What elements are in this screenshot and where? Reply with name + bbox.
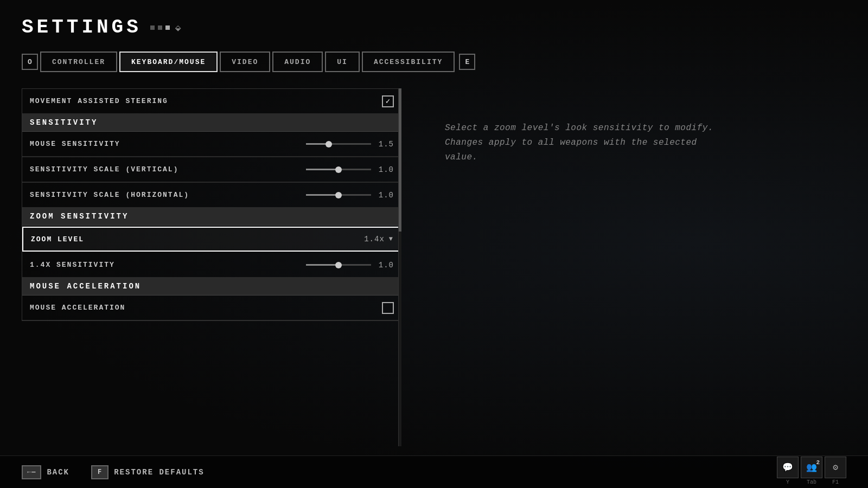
sensitivity-vertical-slider[interactable]: 1.0 — [306, 165, 394, 174]
slider-thumb-2[interactable] — [335, 166, 342, 173]
slider-thumb-4[interactable] — [335, 262, 342, 268]
title-extra: ⬙ — [175, 22, 184, 34]
tab-audio[interactable]: AUDIO — [272, 52, 323, 72]
tab-keyboard-mouse[interactable]: KEYBOARD/MOUSE — [119, 52, 218, 72]
restore-defaults-action[interactable]: F Restore Defaults — [91, 465, 205, 479]
right-panel: Select a zoom level's look sensitivity t… — [401, 88, 846, 457]
players-icon: 👥 — [806, 462, 817, 473]
settings-icon-container[interactable]: ⚙ F1 — [825, 457, 846, 485]
players-icon-btn[interactable]: 👥 2 — [801, 457, 822, 478]
content-area: MOVEMENT ASSISTED STEERING SENSITIVITY M… — [22, 88, 846, 457]
movement-label: MOVEMENT ASSISTED STEERING — [30, 97, 382, 105]
zoom-level-label: ZOOM LEVEL — [31, 235, 364, 243]
restore-key-badge: F — [91, 465, 108, 479]
back-label: Back — [47, 468, 69, 477]
zoom-14x-label: 1.4X SENSITIVITY — [30, 261, 306, 269]
slider-track-2 — [306, 169, 371, 170]
movement-assisted-steering-row[interactable]: MOVEMENT ASSISTED STEERING — [22, 89, 401, 114]
sensitivity-horizontal-value: 1.0 — [378, 191, 394, 200]
bottom-bar: ←— Back F Restore Defaults 💬 Y 👥 2 Tab — [0, 455, 868, 488]
title-text: SETTINGS — [22, 16, 142, 38]
movement-checkbox[interactable] — [382, 95, 394, 107]
sensitivity-vertical-row[interactable]: SENSITIVITY SCALE (VERTICAL) 1.0 — [22, 157, 401, 182]
restore-label: Restore Defaults — [114, 468, 204, 477]
mouse-acceleration-header: MOUSE ACCELERATION — [22, 278, 401, 296]
chat-icon-btn[interactable]: 💬 — [777, 457, 799, 478]
tab-controller[interactable]: CONTROLLER — [40, 52, 117, 72]
left-panel: MOVEMENT ASSISTED STEERING SENSITIVITY M… — [22, 88, 401, 457]
zoom-14x-sensitivity-row[interactable]: 1.4X SENSITIVITY 1.0 — [22, 253, 401, 278]
slider-thumb-1[interactable] — [326, 141, 332, 147]
sensitivity-horizontal-row[interactable]: SENSITIVITY SCALE (HORIZONTAL) 1.0 — [22, 183, 401, 208]
sensitivity-vertical-label: SENSITIVITY SCALE (VERTICAL) — [30, 165, 306, 174]
players-icon-container[interactable]: 👥 2 Tab — [801, 457, 822, 485]
mouse-acceleration-row[interactable]: MOUSE ACCELERATION — [22, 296, 401, 320]
slider-fill-3 — [306, 194, 339, 196]
settings-list-container: MOVEMENT ASSISTED STEERING SENSITIVITY M… — [22, 88, 401, 321]
zoom-sensitivity-header: ZOOM SENSITIVITY — [22, 208, 401, 226]
back-key-badge: ←— — [22, 465, 41, 479]
tab-key-right: E — [459, 54, 475, 70]
scrollbar-track[interactable] — [398, 88, 401, 446]
title-dot-2 — [158, 25, 162, 30]
tab-video[interactable]: VIDEO — [220, 52, 270, 72]
title-dot-1 — [150, 25, 155, 30]
mouse-acceleration-label: MOUSE ACCELERATION — [30, 304, 382, 312]
settings-key: F1 — [832, 479, 839, 485]
zoom-level-dropdown[interactable]: 1.4x ▼ — [364, 235, 393, 243]
sensitivity-horizontal-label: SENSITIVITY SCALE (HORIZONTAL) — [30, 191, 306, 199]
slider-fill-2 — [306, 169, 339, 170]
zoom-14x-value: 1.0 — [378, 261, 394, 269]
chat-icon: 💬 — [782, 462, 793, 473]
zoom-level-row[interactable]: ZOOM LEVEL 1.4x ▼ — [22, 227, 401, 252]
settings-gear-icon: ⚙ — [833, 462, 838, 473]
title-dot-3 — [165, 25, 170, 30]
zoom-level-value: 1.4x — [364, 235, 385, 243]
mouse-sensitivity-slider[interactable]: 1.5 — [306, 140, 394, 149]
tab-accessibility[interactable]: ACCESSIBILITY — [362, 52, 455, 72]
sensitivity-vertical-value: 1.0 — [378, 165, 394, 174]
mouse-sensitivity-value: 1.5 — [378, 140, 394, 149]
bottom-right-icons: 💬 Y 👥 2 Tab ⚙ F1 — [777, 457, 846, 485]
tab-ui[interactable]: UI — [325, 52, 360, 72]
tab-key-left: O — [22, 54, 38, 70]
slider-track-1 — [306, 143, 371, 145]
page-title: SETTINGS ⬙ — [22, 16, 846, 38]
settings-icon-btn[interactable]: ⚙ — [825, 457, 846, 478]
chat-key: Y — [786, 479, 789, 485]
chat-icon-container[interactable]: 💬 Y — [777, 457, 799, 485]
sensitivity-header: SENSITIVITY — [22, 114, 401, 132]
slider-fill-4 — [306, 264, 339, 266]
description-text: Select a zoom level's look sensitivity t… — [445, 121, 727, 165]
tabs-row: O CONTROLLER KEYBOARD/MOUSE VIDEO AUDIO … — [22, 52, 846, 72]
mouse-sensitivity-row[interactable]: MOUSE SENSITIVITY 1.5 — [22, 132, 401, 157]
players-badge: 2 — [816, 459, 820, 466]
players-key: Tab — [807, 479, 816, 485]
slider-track-3 — [306, 194, 371, 196]
dropdown-arrow-icon: ▼ — [389, 235, 393, 243]
mouse-acceleration-checkbox[interactable] — [382, 302, 394, 314]
mouse-sensitivity-label: MOUSE SENSITIVITY — [30, 140, 306, 148]
slider-thumb-3[interactable] — [335, 192, 342, 198]
sensitivity-horizontal-slider[interactable]: 1.0 — [306, 191, 394, 200]
zoom-14x-slider[interactable]: 1.0 — [306, 261, 394, 269]
scrollbar-thumb[interactable] — [399, 88, 401, 232]
title-decoration: ⬙ — [150, 22, 184, 34]
slider-track-4 — [306, 264, 371, 266]
back-action[interactable]: ←— Back — [22, 465, 69, 479]
